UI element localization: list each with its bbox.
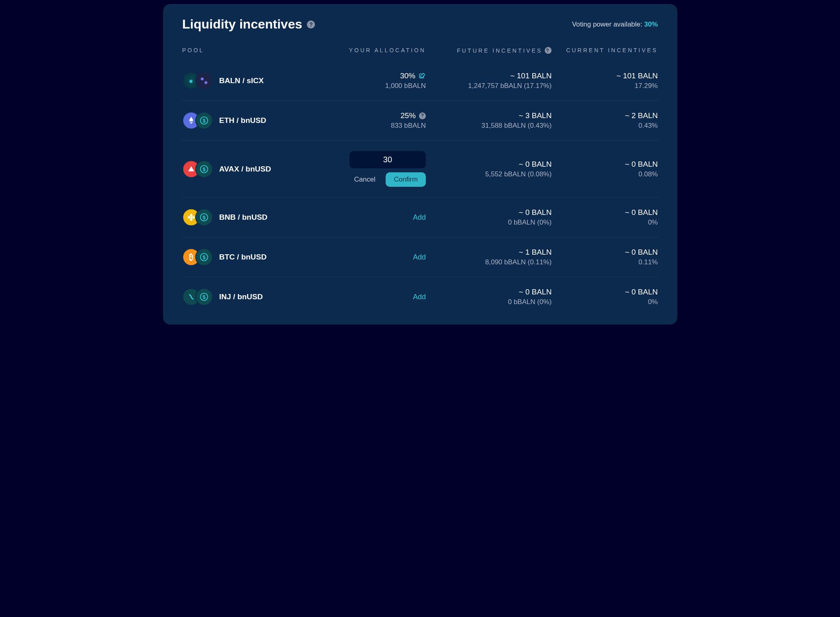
future-incentives-cell: ~ 0 BALN 0 bBALN (0%) (434, 288, 552, 306)
liquidity-incentives-panel: Liquidity incentives ? Voting power avai… (163, 4, 677, 325)
svg-rect-11 (190, 216, 193, 219)
edit-actions: Cancel Confirm (354, 172, 425, 187)
allocation-edit-box: Cancel Confirm (328, 151, 426, 187)
pool-name: BTC / bnUSD (219, 253, 267, 262)
future-incentives-cell: ~ 1 BALN 8,090 bBALN (0.11%) (434, 248, 552, 266)
help-icon[interactable]: ? (545, 47, 552, 54)
current-sub: 0% (560, 298, 658, 306)
rows-container: ◉ BALN / sICX 30% 1,000 bBALN ~ 101 BALN… (182, 61, 658, 317)
current-sub: 0.11% (560, 258, 658, 266)
current-top: ~ 2 BALN (560, 111, 658, 120)
current-sub: 0.08% (560, 170, 658, 178)
allocation-cell: Add (328, 253, 426, 262)
pair-icons: ◉ (182, 72, 213, 90)
pool-cell: $ INJ / bnUSD (182, 288, 320, 306)
pool-cell: $ ETH / bnUSD (182, 112, 320, 129)
allocation-percent-row: 30% (328, 72, 426, 80)
pair-icons: $ (182, 208, 213, 226)
current-incentives-cell: ~ 0 BALN 0% (560, 208, 658, 227)
current-incentives-cell: ~ 101 BALN 17.29% (560, 72, 658, 90)
col-header-future: FUTURE INCENTIVES ? (434, 47, 552, 54)
cancel-button[interactable]: Cancel (354, 176, 375, 184)
future-incentives-cell: ~ 3 BALN 31,588 bBALN (0.43%) (434, 111, 552, 130)
allocation-sub: 833 bBALN (328, 122, 426, 130)
svg-text:$: $ (202, 118, 205, 124)
table-row: $ AVAX / bnUSD Cancel Confirm ~ 0 BALN 5… (182, 141, 658, 198)
edit-icon[interactable] (419, 72, 426, 80)
current-top: ~ 0 BALN (560, 288, 658, 296)
svg-text:$: $ (202, 215, 205, 221)
future-incentives-cell: ~ 101 BALN 1,247,757 bBALN (17.17%) (434, 72, 552, 90)
current-incentives-cell: ~ 2 BALN 0.43% (560, 111, 658, 130)
pool-name: BALN / sICX (219, 76, 264, 85)
add-button[interactable]: Add (413, 293, 426, 301)
pool-name: AVAX / bnUSD (219, 165, 271, 174)
allocation-cell: 25% ? 833 bBALN (328, 111, 426, 130)
svg-point-0 (200, 78, 203, 80)
help-icon[interactable]: ? (307, 20, 315, 29)
future-incentives-cell: ~ 0 BALN 0 bBALN (0%) (434, 208, 552, 227)
future-sub: 0 bBALN (0%) (434, 298, 552, 306)
coin-icon-usd: $ (195, 248, 213, 266)
future-top: ~ 101 BALN (434, 72, 552, 80)
future-incentives-cell: ~ 0 BALN 5,552 bBALN (0.08%) (434, 160, 552, 178)
pool-name: BNB / bnUSD (219, 213, 268, 222)
table-row: $ INJ / bnUSDAdd ~ 0 BALN 0 bBALN (0%) ~… (182, 277, 658, 317)
title-text: Liquidity incentives (182, 17, 302, 32)
coin-icon-usd: $ (195, 160, 213, 178)
panel-header: Liquidity incentives ? Voting power avai… (182, 17, 658, 32)
add-button[interactable]: Add (413, 253, 426, 261)
pair-icons: $ (182, 112, 213, 129)
coin-icon-usd: $ (195, 288, 213, 306)
table-row: $ ETH / bnUSD 25% ? 833 bBALN ~ 3 BALN 3… (182, 101, 658, 141)
current-top: ~ 0 BALN (560, 160, 658, 169)
pool-cell: ₿ $ BTC / bnUSD (182, 248, 320, 266)
help-icon[interactable]: ? (419, 112, 426, 119)
allocation-cell: Add (328, 293, 426, 301)
allocation-percent-row: 25% ? (328, 111, 426, 120)
col-header-future-text: FUTURE INCENTIVES (457, 47, 542, 54)
allocation-sub: 1,000 bBALN (328, 82, 426, 90)
voting-power-value: 30% (644, 20, 658, 28)
svg-text:$: $ (202, 294, 205, 300)
allocation-cell: 30% 1,000 bBALN (328, 72, 426, 90)
table-row: ◉ BALN / sICX 30% 1,000 bBALN ~ 101 BALN… (182, 61, 658, 101)
pair-icons: $ (182, 288, 213, 306)
current-top: ~ 0 BALN (560, 248, 658, 257)
add-button[interactable]: Add (413, 213, 426, 221)
columns-header: POOL YOUR ALLOCATION FUTURE INCENTIVES ?… (182, 47, 658, 54)
svg-point-1 (204, 81, 207, 84)
current-top: ~ 101 BALN (560, 72, 658, 80)
allocation-percent: 30% (400, 72, 415, 80)
table-row: ₿ $ BTC / bnUSDAdd ~ 1 BALN 8,090 bBALN … (182, 237, 658, 277)
table-row: $ BNB / bnUSDAdd ~ 0 BALN 0 bBALN (0%) ~… (182, 198, 658, 237)
current-incentives-cell: ~ 0 BALN 0% (560, 288, 658, 306)
future-top: ~ 0 BALN (434, 160, 552, 169)
future-sub: 8,090 bBALN (0.11%) (434, 258, 552, 266)
pair-icons: ₿ $ (182, 248, 213, 266)
pair-icons: $ (182, 160, 213, 178)
future-top: ~ 0 BALN (434, 208, 552, 217)
svg-text:$: $ (202, 254, 205, 260)
allocation-percent: 25% (401, 111, 416, 120)
future-sub: 1,247,757 bBALN (17.17%) (434, 82, 552, 90)
future-sub: 0 bBALN (0%) (434, 219, 552, 227)
col-header-allocation: YOUR ALLOCATION (328, 47, 426, 54)
svg-text:$: $ (202, 166, 205, 172)
current-sub: 0% (560, 219, 658, 227)
pool-name: ETH / bnUSD (219, 116, 266, 125)
confirm-button[interactable]: Confirm (386, 172, 426, 187)
allocation-input[interactable] (349, 151, 426, 168)
future-sub: 5,552 bBALN (0.08%) (434, 170, 552, 178)
future-top: ~ 1 BALN (434, 248, 552, 257)
future-top: ~ 0 BALN (434, 288, 552, 296)
coin-icon-icx (195, 72, 213, 90)
pool-cell: $ BNB / bnUSD (182, 208, 320, 226)
future-top: ~ 3 BALN (434, 111, 552, 120)
pool-cell: ◉ BALN / sICX (182, 72, 320, 90)
pool-name: INJ / bnUSD (219, 292, 263, 301)
col-header-current: CURRENT INCENTIVES (560, 47, 658, 54)
page-title: Liquidity incentives ? (182, 17, 315, 32)
current-sub: 0.43% (560, 122, 658, 130)
voting-power: Voting power available: 30% (572, 20, 658, 29)
